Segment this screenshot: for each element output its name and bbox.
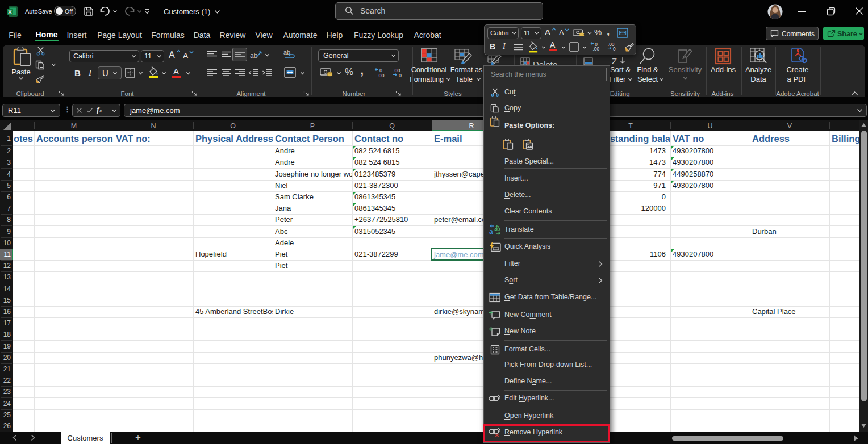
svg-text:ab: ab (250, 52, 258, 60)
svg-text:0: 0 (613, 46, 616, 52)
svg-text:あ: あ (494, 224, 500, 231)
svg-text:a: a (489, 228, 493, 235)
svg-text:.00: .00 (593, 46, 600, 52)
svg-text:.00: .00 (377, 73, 385, 78)
svg-text:0: 0 (399, 73, 402, 78)
svg-text:Z: Z (612, 56, 617, 65)
svg-text:X: X (8, 9, 12, 15)
